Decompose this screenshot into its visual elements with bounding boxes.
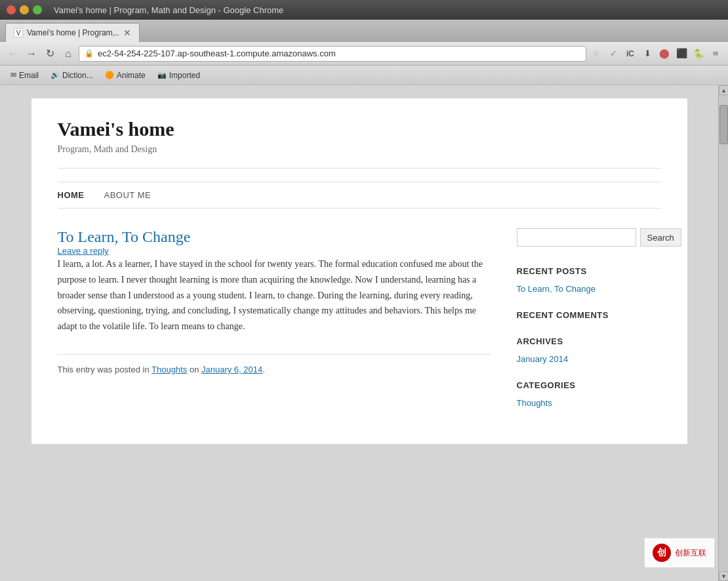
- scrollbar-thumb[interactable]: [719, 105, 728, 144]
- post-footer-prefix: This entry was posted in: [58, 365, 150, 374]
- tab-close-button[interactable]: ✕: [123, 28, 131, 38]
- sidebar-search-form: Search: [517, 228, 661, 247]
- category-link-0[interactable]: Thoughts: [517, 398, 661, 408]
- extension-icon-2[interactable]: ⬛: [674, 47, 689, 61]
- site-header: Vamei's home Program, Math and Design: [58, 118, 661, 169]
- back-button[interactable]: ←: [5, 46, 21, 62]
- nav-home[interactable]: HOME: [58, 190, 85, 200]
- recent-posts-title: RECENT POSTS: [517, 266, 661, 276]
- scrollbar-down-button[interactable]: ▼: [719, 571, 728, 581]
- download-icon[interactable]: ⬇: [640, 47, 655, 61]
- forward-button[interactable]: →: [24, 46, 39, 62]
- animate-bookmark-icon: 🟠: [105, 71, 114, 79]
- extension-icon-1[interactable]: ⬤: [657, 47, 672, 61]
- watermark-logo: 创: [653, 544, 671, 562]
- main-content: To Learn, To Change Leave a reply I lear…: [58, 228, 491, 424]
- watermark-text: 创新互联: [675, 548, 706, 559]
- imported-bookmark-icon: 📷: [157, 71, 167, 79]
- bookmark-star-icon[interactable]: ☆: [589, 47, 603, 61]
- post-reply-link[interactable]: Leave a reply: [58, 246, 109, 256]
- sidebar-categories: CATEGORIES Thoughts: [517, 380, 661, 408]
- minimize-button[interactable]: [20, 5, 29, 14]
- post-footer-suffix: .: [262, 365, 265, 374]
- post-body-text: I learn, a lot. As a learner, I have sta…: [58, 259, 483, 331]
- search-input[interactable]: [517, 228, 636, 247]
- post-category-link[interactable]: Thoughts: [152, 365, 187, 374]
- blog-post: To Learn, To Change Leave a reply I lear…: [58, 228, 491, 374]
- categories-title: CATEGORIES: [517, 380, 661, 390]
- site-title: Vamei's home: [58, 118, 661, 140]
- sidebar: Search RECENT POSTS To Learn, To Change …: [517, 228, 661, 424]
- browser-content-area: Vamei's home Program, Math and Design HO…: [0, 85, 728, 581]
- archive-link-0[interactable]: January 2014: [517, 354, 661, 364]
- window-controls: [7, 5, 42, 14]
- chrome-menu-icon[interactable]: ≡: [708, 47, 723, 61]
- bookmark-diction-label: Diction...: [62, 71, 93, 80]
- watermark: 创 创新互联: [644, 538, 715, 568]
- address-bar[interactable]: 🔒 ec2-54-254-225-107.ap-southeast-1.comp…: [79, 46, 586, 62]
- titlebar: Vamei's home | Program, Math and Design …: [0, 0, 728, 20]
- post-body: I learn, a lot. As a learner, I have sta…: [58, 256, 491, 334]
- post-title[interactable]: To Learn, To Change: [58, 228, 191, 245]
- search-button[interactable]: Search: [640, 228, 681, 247]
- python-icon[interactable]: 🐍: [691, 47, 706, 61]
- recent-post-link-0[interactable]: To Learn, To Change: [517, 284, 661, 294]
- diction-bookmark-icon: 🔊: [51, 71, 60, 79]
- browser-nav-icons: ☆ ✓ iC ⬇ ⬤ ⬛ 🐍 ≡: [589, 47, 723, 61]
- tab-label: Vamei's home | Program,..: [27, 28, 119, 37]
- bookmark-imported-label: Imported: [169, 71, 200, 80]
- post-footer: This entry was posted in Thoughts on Jan…: [58, 354, 491, 374]
- site-container: Vamei's home Program, Math and Design HO…: [31, 98, 687, 444]
- nav-about-me[interactable]: ABOUT ME: [104, 190, 152, 200]
- ic-icon[interactable]: iC: [623, 47, 637, 61]
- address-text: ec2-54-254-225-107.ap-southeast-1.comput…: [98, 49, 336, 58]
- address-lock-icon: 🔒: [85, 49, 94, 58]
- tab-favicon: V: [14, 28, 23, 37]
- site-tagline: Program, Math and Design: [58, 144, 661, 155]
- maximize-button[interactable]: [33, 5, 42, 14]
- scrollbar[interactable]: ▲ ▼: [718, 85, 728, 581]
- security-check-icon[interactable]: ✓: [606, 47, 620, 61]
- close-button[interactable]: [7, 5, 16, 14]
- reload-button[interactable]: ↻: [42, 46, 58, 62]
- site-navigation: HOME ABOUT ME: [58, 182, 661, 209]
- post-date-on: on: [190, 365, 199, 374]
- bookmark-email-label: Email: [19, 71, 39, 80]
- sidebar-archives: ARCHIVES January 2014: [517, 336, 661, 364]
- home-button[interactable]: ⌂: [60, 46, 76, 62]
- navigation-bar: ← → ↻ ⌂ 🔒 ec2-54-254-225-107.ap-southeas…: [0, 42, 728, 66]
- bookmark-animate-label: Animate: [117, 71, 146, 80]
- browser-title: Vamei's home | Program, Math and Design …: [54, 5, 283, 15]
- email-bookmark-icon: ✉: [10, 71, 16, 79]
- bookmark-email[interactable]: ✉ Email: [5, 69, 44, 82]
- recent-comments-title: RECENT COMMENTS: [517, 310, 661, 320]
- page-content: Vamei's home Program, Math and Design HO…: [0, 85, 718, 581]
- scrollbar-up-button[interactable]: ▲: [719, 85, 728, 95]
- bookmarks-bar: ✉ Email 🔊 Diction... 🟠 Animate 📷 Importe…: [0, 66, 728, 85]
- browser-tab[interactable]: V Vamei's home | Program,.. ✕: [5, 23, 140, 42]
- sidebar-recent-comments: RECENT COMMENTS: [517, 310, 661, 320]
- bookmark-imported[interactable]: 📷 Imported: [152, 69, 205, 82]
- content-layout: To Learn, To Change Leave a reply I lear…: [58, 228, 661, 424]
- sidebar-recent-posts: RECENT POSTS To Learn, To Change: [517, 266, 661, 294]
- bookmark-diction[interactable]: 🔊 Diction...: [45, 69, 98, 82]
- tab-bar: V Vamei's home | Program,.. ✕: [0, 20, 728, 42]
- post-date-link[interactable]: January 6, 2014: [201, 365, 262, 374]
- bookmark-animate[interactable]: 🟠 Animate: [100, 69, 151, 82]
- archives-title: ARCHIVES: [517, 336, 661, 346]
